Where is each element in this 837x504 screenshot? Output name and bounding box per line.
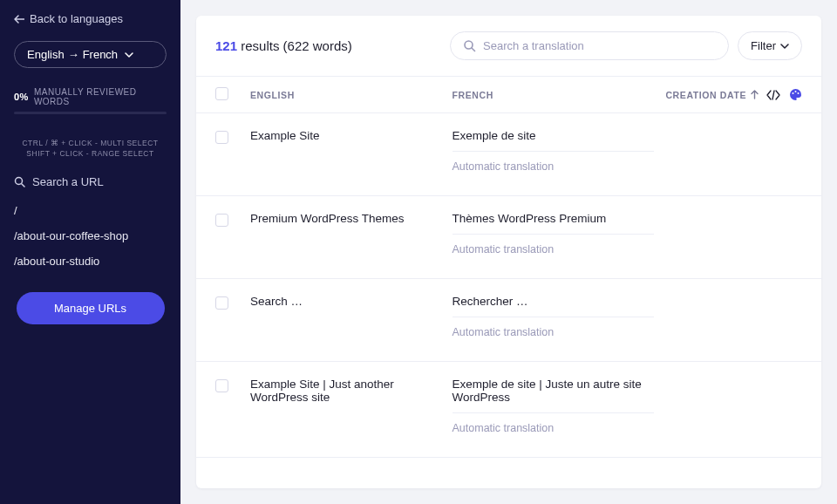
translation-rows: Example Site Exemple de site Automatic t…	[196, 113, 821, 488]
results-count: 121	[215, 38, 237, 53]
lang-from: English	[27, 48, 65, 61]
filter-label: Filter	[751, 39, 776, 52]
chevron-down-icon	[125, 52, 133, 58]
column-creation-date[interactable]: CREATION DATE	[654, 90, 759, 100]
select-all-checkbox[interactable]	[215, 87, 228, 100]
back-label: Back to languages	[30, 12, 123, 25]
progress-label-row: 0% MANUALLY REVIEWED WORDS	[14, 87, 167, 106]
translation-type-label: Automatic translation	[453, 243, 655, 255]
filter-button[interactable]: Filter	[738, 31, 802, 60]
source-text: Search …	[250, 295, 453, 308]
manage-urls-button[interactable]: Manage URLs	[17, 292, 165, 324]
progress-bar	[14, 112, 167, 114]
target-text: Exemple de site | Juste un autre site Wo…	[453, 378, 655, 413]
row-checkbox[interactable]	[215, 296, 228, 310]
hint-range-select: SHIFT + CLICK - RANGE SELECT	[14, 149, 167, 160]
svg-point-3	[795, 91, 797, 92]
arrow-left-icon	[14, 15, 24, 24]
row-checkbox[interactable]	[215, 131, 228, 144]
svg-point-4	[798, 92, 800, 94]
url-item[interactable]: /about-our-studio	[14, 255, 167, 268]
search-icon	[463, 39, 476, 52]
url-item[interactable]: /	[14, 204, 167, 217]
translation-type-label: Automatic translation	[453, 422, 655, 434]
url-item[interactable]: /about-our-coffee-shop	[14, 229, 167, 242]
progress-label: MANUALLY REVIEWED WORDS	[34, 87, 167, 106]
column-source[interactable]: ENGLISH	[250, 90, 453, 100]
card-header: 121 results (622 words) Filter	[196, 16, 821, 76]
column-target[interactable]: FRENCH	[453, 90, 655, 100]
row-checkbox[interactable]	[215, 214, 228, 227]
target-text: Exemple de site	[453, 129, 655, 152]
table-row[interactable]: Example Site Exemple de site Automatic t…	[196, 113, 821, 196]
code-icon[interactable]	[766, 90, 780, 100]
search-url-placeholder: Search a URL	[32, 175, 104, 188]
arrow-up-icon	[751, 90, 759, 99]
selection-hints: CTRL / ⌘ + CLICK - MULTI SELECT SHIFT + …	[14, 139, 167, 160]
translations-card: 121 results (622 words) Filter	[196, 16, 821, 488]
target-text: Thèmes WordPress Premium	[453, 212, 655, 235]
back-to-languages-link[interactable]: Back to languages	[14, 12, 167, 25]
search-icon	[14, 176, 25, 187]
search-translation-box[interactable]	[450, 31, 729, 60]
source-text: Premium WordPress Themes	[250, 212, 453, 225]
table-header: ENGLISH FRENCH CREATION DATE	[196, 76, 821, 113]
results-suffix: results (622 words)	[241, 38, 352, 53]
svg-point-0	[16, 177, 23, 184]
search-translation-input[interactable]	[483, 39, 716, 52]
results-summary: 121 results (622 words)	[215, 38, 352, 53]
sidebar: Back to languages English → French 0% MA…	[0, 0, 180, 504]
chevron-down-icon	[780, 44, 789, 49]
source-text: Example Site | Just another WordPress si…	[250, 378, 453, 404]
table-row[interactable]: Example Site | Just another WordPress si…	[196, 362, 821, 458]
row-checkbox[interactable]	[215, 379, 228, 392]
translation-type-label: Automatic translation	[453, 160, 655, 173]
language-selector[interactable]: English → French	[14, 41, 167, 68]
search-url-input[interactable]: Search a URL	[14, 175, 167, 188]
svg-point-2	[793, 92, 794, 94]
table-row[interactable]: Search … Rechercher … Automatic translat…	[196, 279, 821, 362]
progress-percent: 0%	[14, 92, 29, 102]
source-text: Example Site	[250, 129, 453, 142]
palette-icon[interactable]	[789, 88, 802, 101]
url-list: / /about-our-coffee-shop /about-our-stud…	[14, 204, 167, 268]
table-row[interactable]: Premium WordPress Themes Thèmes WordPres…	[196, 196, 821, 279]
lang-arrow: →	[68, 48, 79, 61]
main-content: 121 results (622 words) Filter	[180, 0, 837, 504]
lang-to: French	[83, 48, 118, 61]
translation-type-label: Automatic translation	[453, 326, 655, 338]
hint-multi-select: CTRL / ⌘ + CLICK - MULTI SELECT	[14, 139, 167, 149]
target-text: Rechercher …	[453, 295, 655, 317]
column-date-label: CREATION DATE	[665, 90, 746, 100]
